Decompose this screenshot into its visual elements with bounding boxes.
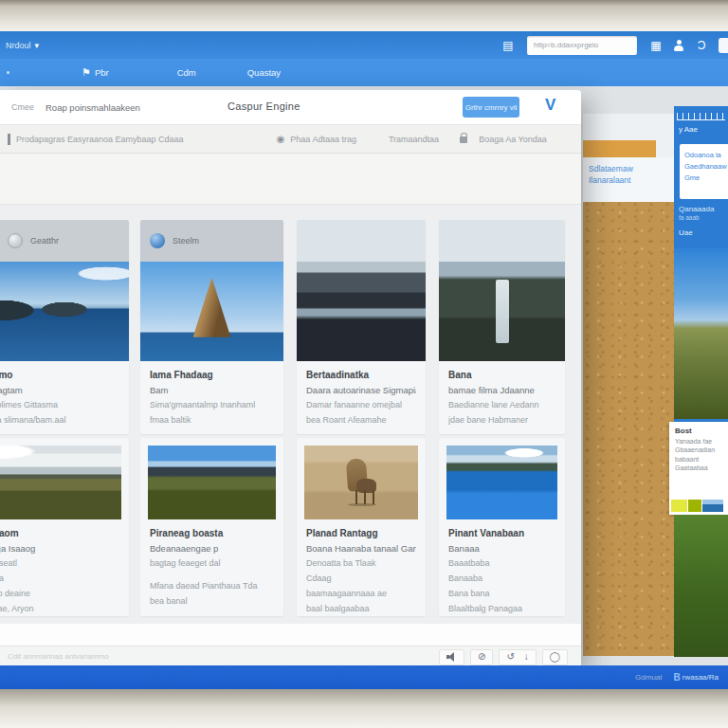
photo-card[interactable]: Geatthr 5 nlemo amagtam untplimes Gittas… [0,220,129,434]
photo-card[interactable]: Planad Rantagg Boana Haanaba tanaal Gand… [297,438,426,616]
toolbar-middle-label[interactable]: Tramaandtaa [389,135,439,144]
app-menu-label: Nrdoul [6,41,31,50]
card-title: Iama Fhadaag [150,370,274,380]
side-info-line: Yanaada fae [675,438,728,445]
side-link-tertiary[interactable]: Uae [679,228,728,237]
list-icon[interactable]: ▤ [497,39,519,52]
side-info-title: Bost [675,427,728,435]
photo-waterfall[interactable] [439,262,565,361]
status-text: Cdit annmannas antvanammo [8,652,109,661]
address-bar[interactable]: http=b.ddaxxprgeio [527,36,637,55]
menu-item-3[interactable]: Quastay [247,67,281,78]
card-grid: Geatthr 5 nlemo amagtam untplimes Gittas… [0,205,581,624]
grid-icon[interactable]: ▦ [645,39,667,52]
photo-grassland[interactable] [0,446,121,519]
photo-meadow-sky[interactable] [674,248,728,419]
card-title: Bana [448,370,555,380]
mute-button[interactable] [439,649,464,665]
corkboard-link-2[interactable]: Ilanaralaant [589,175,678,185]
refresh-icon[interactable]: Ɔ [690,39,713,52]
corkboard-link-1[interactable]: Sdlataemaw [589,164,678,173]
toolbar-breadcrumb[interactable]: Prodapagras Easyraanoa Eamybaap Cdaaa [16,135,184,144]
card-line: Mfana daead Pianthaua Tda [150,580,274,592]
card-line: untplimes Gittasma [0,399,119,410]
block-icon: ⊘ [478,652,485,662]
taskbar-status-label[interactable]: Gdmuat [635,673,662,682]
photo-card[interactable]: Steelm Iama Fhadaag Bam Sima'gmaantalmp … [140,220,283,434]
card-subtitle: Daara autoarinase Sigmapiaal [306,385,416,395]
user-icon[interactable] [673,40,684,51]
menu-item-flagged[interactable]: ⚑ Pbr [82,66,109,79]
avatar[interactable] [150,233,165,248]
side-link-primary[interactable]: Qanaaada [679,205,728,213]
card-body: Iama Fhadaag Bam Sima'gmaantalmp Inanham… [140,361,283,426]
card-line: Frirae, Aryon [0,603,119,614]
card-line: baamaagaannaaa ae [306,588,416,599]
titlebar-actions: ▤ http=b.ddaxxprgeio ▦ Ɔ [497,31,728,59]
download-icon[interactable]: ↓ [524,652,529,662]
corkboard-window[interactable]: Sdlataemaw Ilanaralaant [583,114,678,656]
header-breadcrumb[interactable]: Roap poinsmahlaakeen [46,102,140,113]
chevron-down-icon: ▾ [35,41,40,50]
thumbnail-lake[interactable] [702,500,723,512]
photo-blue-lake[interactable] [446,446,557,519]
photo-shrub-hills[interactable] [148,446,276,519]
partial-window-icon[interactable] [719,38,728,53]
photo-card[interactable]: Finaom Ffrga Isaaog banseatl bnoa Wdb de… [0,438,129,616]
photo-card[interactable]: Piraneag boasta Bdeanaaengae p bagtag fe… [140,438,283,616]
photo-card[interactable]: Bana bamae filma Jdaanne Baedianne lane … [439,220,565,434]
card-line: jdae bane Habmaner [448,414,555,426]
app-toolbar: Prodapagras Easyraanoa Eamybaap Cdaaa ◉ … [0,125,581,154]
toolbar-location[interactable]: Phaa Adtaaa trag [290,135,356,144]
side-card-line[interactable]: Gme [684,173,728,182]
record-button[interactable]: ◯ [542,649,568,665]
primary-action-button[interactable]: Grthr cmrnry vil [463,97,519,118]
header-left-label[interactable]: Cmee [11,102,34,112]
avatar[interactable] [8,233,23,248]
history-button-group[interactable]: ↺ ↓ [499,649,536,665]
photo-dark-valley[interactable] [297,262,426,361]
swatch-yellow[interactable] [671,500,687,512]
card-line: Baaatbaba [448,557,555,569]
app-menu-button[interactable]: Nrdoul ▾ [6,41,39,50]
card-author-row[interactable]: Geatthr [0,220,129,262]
side-info-card[interactable]: Bost Yanaada fae Gbaaenadian babaant Gaa… [669,422,728,515]
browser-menubar: ⚑ Pbr Cdm Quastay [0,59,728,86]
block-button[interactable]: ⊘ [470,649,493,665]
card-body: Bertaadinatka Daara autoarinase Sigmapia… [297,361,426,426]
side-info-line: Gbaaenadian [675,446,728,453]
taskbar-brand[interactable]: B rwasaa/Ra [674,672,719,682]
bar-icon [8,134,10,145]
swatch-green[interactable] [688,500,701,512]
address-bar-value: http=b.ddaxxprgeio [534,41,598,49]
card-line: bea banal [150,595,274,607]
taskbar-right: Gdmuat B rwasaa/Ra [635,665,719,689]
card-line: Damar fanaanne omejbal [306,399,416,410]
card-line: bagtag feaeget dal [150,557,274,569]
app-logo: V [545,96,555,115]
card-line: baal baalgaabaa [306,603,416,614]
location-pin-icon: ◉ [277,134,285,144]
card-subtitle: Ffrga Isaaog [0,543,119,554]
side-card-line[interactable]: Gaedhanaaw [684,162,728,171]
undo-icon[interactable]: ↺ [506,652,514,662]
photo-card[interactable]: Bertaadinatka Daara autoarinase Sigmapia… [297,220,426,434]
card-title: Finaom [0,528,119,538]
screen: Nrdoul ▾ ▤ http=b.ddaxxprgeio ▦ Ɔ ⚑ Pbr … [0,0,728,728]
photo-sea-pinnacle[interactable] [140,262,283,361]
menu-item-2[interactable]: Cdm [177,67,196,78]
mute-icon [446,652,457,662]
side-card-line[interactable]: Odoanoa la [684,151,728,159]
brand-icon: B [674,672,681,682]
toolbar-right-label[interactable]: Boaga Aa Yondaa [479,135,547,144]
photo-ocean-islands[interactable]: 5 [0,262,129,361]
photo-desert-caravan[interactable] [304,446,418,519]
card-author-row[interactable]: Steelm [140,220,283,262]
card-subtitle: Banaaa [448,543,555,554]
card-title: Planad Rantagg [306,528,416,538]
status-icon-buttons: ⊘ ↺ ↓ ◯ [439,649,568,665]
photo-grass-field[interactable] [674,515,728,657]
side-panel-card[interactable]: Odoanoa la Gaedhanaaw Gme [680,144,728,199]
photo-card[interactable]: Pinant Vanabaan Banaaa Baaatbaba Banaaba… [439,438,565,616]
side-panel-tab-label[interactable]: y Aae [679,125,728,134]
